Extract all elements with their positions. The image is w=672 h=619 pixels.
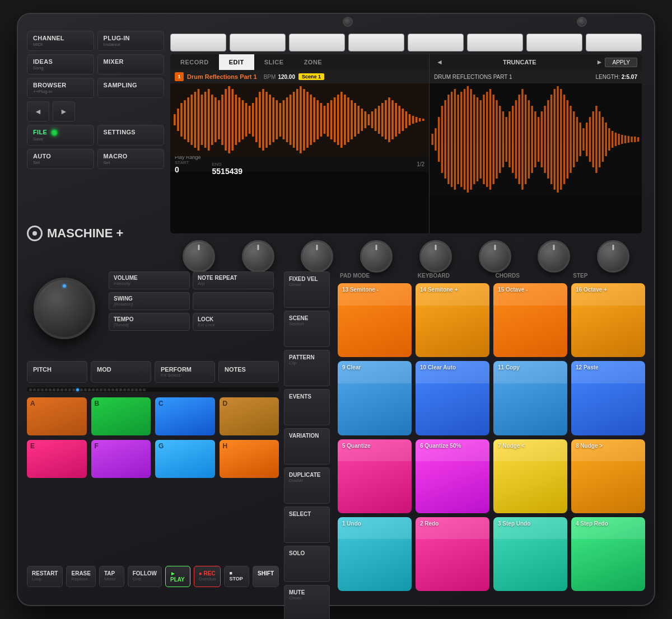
btn-follow[interactable]: FOLLOW Grid — [128, 566, 162, 587]
pad-11[interactable]: 11 Copy — [493, 361, 567, 435]
led-16 — [88, 388, 91, 391]
encoder-5[interactable] — [419, 240, 452, 273]
top-btn-5[interactable] — [408, 34, 464, 51]
btn-variation[interactable]: VARIATION — [284, 428, 330, 465]
pad-12[interactable]: 12 Paste — [571, 361, 645, 435]
btn-solo[interactable]: SOLO — [284, 546, 330, 582]
pad-1-label: 1 Undo — [342, 520, 361, 527]
nav-arrow-left[interactable]: ◄ — [434, 58, 445, 66]
top-knob-left[interactable] — [343, 17, 353, 27]
btn-rec[interactable]: ● REC Overdub — [194, 566, 221, 587]
pad-b[interactable]: B — [91, 397, 151, 435]
btn-select[interactable]: SELECT — [284, 507, 330, 543]
encoder-3[interactable] — [301, 240, 333, 273]
tab-record[interactable]: RECORD — [170, 54, 219, 70]
btn-pattern[interactable]: PATTERN Clip — [284, 350, 330, 386]
pad-15[interactable]: 15 Octave - — [493, 283, 567, 357]
btn-perform[interactable]: PERFORM FX Select — [155, 361, 215, 383]
big-rotary-knob[interactable] — [34, 278, 95, 339]
top-btn-3[interactable] — [289, 34, 345, 51]
pad-3[interactable]: 3 Step Undo — [493, 517, 567, 591]
pad-10[interactable]: 10 Clear Auto — [416, 361, 489, 435]
tab-zone[interactable]: ZONE — [294, 54, 333, 70]
encoder-2[interactable] — [242, 240, 274, 273]
tab-edit[interactable]: EDIT — [219, 54, 254, 70]
btn-mod[interactable]: MOD — [91, 361, 151, 383]
btn-ideas[interactable]: IDEAS Song — [27, 54, 94, 74]
arrow-right[interactable]: ► — [53, 101, 75, 121]
encoder-8[interactable] — [597, 240, 629, 273]
top-btn-6[interactable] — [467, 34, 523, 51]
top-btn-2[interactable] — [230, 34, 286, 51]
pad-5[interactable]: 5 Quantize — [338, 439, 412, 513]
btn-tap[interactable]: TAP Metro — [99, 566, 124, 587]
svg-rect-127 — [592, 111, 594, 167]
top-btn-4[interactable] — [348, 34, 404, 51]
btn-duplicate[interactable]: DUPLICATE Double — [284, 467, 330, 504]
tab-slice[interactable]: SLICE — [254, 54, 294, 70]
pad-8[interactable]: 8 Nudge > — [571, 439, 645, 513]
play-range-bar: Play Range START 0 END 5515439 1/2 — [170, 156, 429, 172]
screen-tabs: RECORD EDIT SLICE ZONE — [170, 54, 429, 70]
pad-9[interactable]: 9 Clear — [338, 361, 412, 435]
btn-notes[interactable]: NOTES — [218, 361, 279, 383]
encoder-4[interactable] — [360, 240, 393, 273]
pad-16[interactable]: 16 Octave + — [571, 283, 645, 357]
btn-plugin[interactable]: PLUG-IN Instance — [97, 31, 165, 51]
btn-stop[interactable]: ■ STOP — [224, 566, 249, 587]
power-indicator — [51, 129, 58, 136]
btn-auto[interactable]: AUTO Set — [27, 149, 94, 169]
pad-a[interactable]: A — [27, 397, 87, 435]
svg-rect-75 — [170, 83, 429, 156]
btn-browser[interactable]: BROWSER ++Plug-in — [27, 78, 94, 98]
pad-d[interactable]: D — [220, 397, 279, 435]
btn-swing-right[interactable] — [193, 292, 274, 310]
btn-swing[interactable]: SWING [Rotation] — [109, 292, 190, 310]
btn-erase[interactable]: ERASE Replace — [66, 566, 95, 587]
btn-macro[interactable]: MACRO Set — [97, 149, 165, 169]
svg-rect-111 — [541, 111, 543, 167]
pad-6[interactable]: 6 Quantize 50% — [416, 439, 489, 513]
btn-fixed-vel[interactable]: FIXED VEL Onset — [284, 271, 330, 308]
pads-header-row: PAD MODE KEYBOARD CHORDS STEP — [338, 271, 645, 280]
top-knob-right[interactable] — [577, 17, 587, 27]
waveform-left[interactable] — [170, 83, 429, 156]
pad-c[interactable]: C — [155, 397, 215, 435]
btn-events[interactable]: EVENTS — [284, 389, 330, 425]
top-btn-7[interactable] — [526, 34, 582, 51]
btn-channel[interactable]: CHANNEL MIDI — [27, 31, 94, 51]
btn-scene[interactable]: SCENE Section — [284, 311, 330, 347]
nav-arrow-right[interactable]: ► — [594, 58, 605, 66]
btn-sampling[interactable]: SAMPLING — [97, 78, 165, 98]
btn-volume[interactable]: VOLUME Intensity — [109, 271, 190, 289]
pad-g[interactable]: G — [155, 440, 215, 478]
top-btn-1[interactable] — [170, 34, 226, 51]
apply-button[interactable]: APPLY — [605, 58, 637, 67]
pad-2[interactable]: 2 Redo — [416, 517, 489, 591]
btn-settings[interactable]: SETTINGS — [97, 125, 165, 146]
btn-play[interactable]: ► PLAY — [165, 566, 190, 587]
pad-1[interactable]: 1 Undo — [338, 517, 412, 591]
pad-4[interactable]: 4 Step Redo — [571, 517, 645, 591]
btn-mixer[interactable]: MIXER — [97, 54, 165, 74]
btn-file[interactable]: FILE Save — [27, 125, 94, 146]
top-btn-8[interactable] — [586, 34, 642, 51]
pad-e[interactable]: E — [27, 440, 87, 478]
encoder-6[interactable] — [479, 240, 511, 273]
pad-f[interactable]: F — [91, 440, 151, 478]
btn-tempo[interactable]: TEMPO [Tuned] — [109, 313, 190, 331]
pad-7[interactable]: 7 Nudge < — [493, 439, 567, 513]
encoder-7[interactable] — [538, 240, 570, 273]
btn-note-repeat[interactable]: NOTE REPEAT Arp — [193, 271, 274, 289]
encoder-1[interactable] — [183, 240, 215, 273]
btn-mute[interactable]: MUTE Choke — [284, 585, 330, 619]
btn-shift[interactable]: SHIFT — [253, 566, 279, 587]
btn-pitch[interactable]: PITCH — [27, 361, 87, 383]
pad-14[interactable]: 14 Semitone + — [416, 283, 489, 357]
pad-h[interactable]: H — [220, 440, 279, 478]
pad-13[interactable]: 13 Semitone - — [338, 283, 412, 357]
btn-restart[interactable]: RESTART Loop — [27, 566, 63, 587]
arrow-left[interactable]: ◄ — [27, 101, 49, 121]
btn-lock[interactable]: LOCK Ext Lock — [193, 313, 274, 331]
waveform-right[interactable] — [430, 83, 642, 195]
